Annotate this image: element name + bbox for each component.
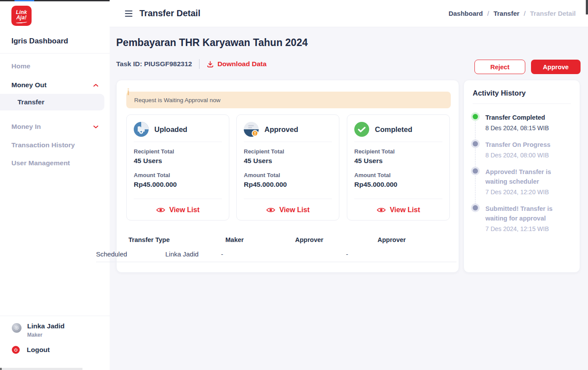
dashboard-title: Igris Dashboard xyxy=(11,37,68,46)
user-name: Linka Jadid xyxy=(27,322,64,330)
breadcrumb: Dashboard / Transfer / Transfer Detail xyxy=(449,10,576,17)
recipient-total-label: Recipient Total xyxy=(244,148,332,155)
breadcrumb-dashboard[interactable]: Dashboard xyxy=(449,10,483,17)
activity-item: Transfer On Progress 8 Des 2024, 08:00 W… xyxy=(473,140,571,167)
timeline-dot-icon xyxy=(473,168,478,174)
sidebar-item-money-out[interactable]: Money Out xyxy=(11,81,98,89)
table-header-maker: Maker xyxy=(225,236,244,243)
eye-icon xyxy=(156,207,165,213)
view-list-label: View List xyxy=(279,206,310,214)
check-circle-icon xyxy=(354,122,369,137)
sidebar-item-transaction-history[interactable]: Transaction History xyxy=(11,141,75,149)
gear-icon xyxy=(14,325,19,331)
activity-text: Transfer Completed xyxy=(485,113,561,122)
sidebar-item-label: Money In xyxy=(11,123,41,131)
top-scrollbar-thumb[interactable] xyxy=(14,0,34,1)
table-cell-maker: Linka Jadid xyxy=(165,250,199,258)
recipient-total-label: Recipient Total xyxy=(354,148,442,155)
page-header-title: Transfer Detail xyxy=(139,8,200,18)
summary-card-title: Completed xyxy=(375,125,412,134)
activity-time: 8 Des 2024, 08:00 WIB xyxy=(485,150,561,160)
recipient-total-value: 45 Users xyxy=(354,157,442,165)
sidebar-item-money-in[interactable]: Money In xyxy=(11,123,98,131)
timeline-dot-icon xyxy=(473,205,478,210)
activity-divider xyxy=(473,103,571,104)
summary-card-title: Approved xyxy=(264,125,298,134)
amount-total-label: Amount Total xyxy=(354,172,442,178)
info-icon: i xyxy=(127,87,130,97)
chevron-up-icon xyxy=(93,84,98,87)
sidebar-item-home[interactable]: Home xyxy=(11,62,30,70)
status-alert: i Request is Waiting Approval now xyxy=(126,92,451,108)
amount-total-label: Amount Total xyxy=(244,172,332,178)
card-divider xyxy=(354,199,442,199)
view-list-label: View List xyxy=(169,206,200,214)
activity-history-title: Activity History xyxy=(473,89,571,97)
horizontal-scrollbar-thumb[interactable] xyxy=(0,368,2,370)
amount-total-label: Amount Total xyxy=(134,172,222,178)
table-header-approver-1: Approver xyxy=(295,236,323,243)
sidebar-item-label: Money Out xyxy=(11,81,46,89)
activity-item: Transfer Completed 8 Des 2024, 08:15 WIB xyxy=(473,113,571,140)
power-icon xyxy=(12,346,20,354)
view-list-link-completed[interactable]: View List xyxy=(347,206,449,214)
table-header-transfer-type: Transfer Type xyxy=(128,236,170,243)
logout-button[interactable]: Logout xyxy=(12,346,50,354)
activity-time: 7 Des 2024, 12:20 WIB xyxy=(485,187,561,197)
page-title: Pembayaran THR Karyawan Tahun 2024 xyxy=(116,37,308,49)
view-list-link-approved[interactable]: View List xyxy=(237,206,339,214)
horizontal-scrollbar[interactable] xyxy=(0,368,82,370)
app-window: Link Aja! Igris Dashboard Home Money Out… xyxy=(0,0,588,370)
summary-card-title: Uploaded xyxy=(154,125,187,134)
activity-text: Transfer On Progress xyxy=(485,140,561,149)
logo-swoosh xyxy=(16,21,27,24)
sidebar: Link Aja! Igris Dashboard Home Money Out… xyxy=(0,0,110,370)
amount-total-value: Rp45.000.000 xyxy=(134,181,222,189)
approve-button[interactable]: Approve xyxy=(531,60,581,74)
linkaja-logo: Link Aja! xyxy=(11,6,32,26)
activity-time: 8 Des 2024, 08:15 WIB xyxy=(485,123,561,133)
eye-icon xyxy=(377,207,386,213)
table-cell-transfer-type: Scheduled xyxy=(96,250,127,258)
hamburger-menu-icon[interactable] xyxy=(125,11,132,17)
main-content: Pembayaran THR Karyawan Tahun 2024 Task … xyxy=(110,27,588,370)
activity-text: Approved! Transfer is waiting scheduler xyxy=(485,167,561,186)
download-data-link[interactable]: Download Data xyxy=(207,60,267,68)
recipient-total-label: Recipient Total xyxy=(134,148,222,155)
vertical-scrollbar-thumb[interactable] xyxy=(586,0,588,14)
logout-label: Logout xyxy=(27,346,50,354)
view-list-link-uploaded[interactable]: View List xyxy=(127,206,229,214)
task-id: Task ID: PIUSGF982312 xyxy=(116,60,192,68)
view-list-label: View List xyxy=(390,206,420,214)
table-cell-approver-1: - xyxy=(221,250,223,258)
sidebar-item-transfer[interactable]: Transfer xyxy=(0,94,104,110)
upload-folder-icon xyxy=(134,122,149,137)
sidebar-divider xyxy=(0,53,110,53)
user-role: Maker xyxy=(27,332,43,338)
table-cell-approver-2: - xyxy=(346,250,348,258)
summary-card-approved: Approved Recipient Total 45 Users Amount… xyxy=(236,114,339,221)
recipient-total-value: 45 Users xyxy=(134,157,222,165)
avatar[interactable] xyxy=(12,323,21,333)
table-header-approver-2: Approver xyxy=(378,236,406,243)
logo-text-top: Link xyxy=(16,10,27,15)
download-icon xyxy=(207,60,214,68)
chevron-down-icon xyxy=(93,125,98,128)
vertical-divider xyxy=(199,59,200,69)
activity-text: Submitted! Transfer is waiting for appro… xyxy=(485,204,561,223)
transfer-detail-card: i Request is Waiting Approval now Upload… xyxy=(116,80,459,273)
breadcrumb-transfer[interactable]: Transfer xyxy=(493,10,519,17)
logo-text-bottom: Aja! xyxy=(16,15,26,20)
breadcrumb-current: Transfer Detail xyxy=(530,10,576,17)
breadcrumb-separator: / xyxy=(524,10,526,17)
sidebar-user-block: Linka Jadid Maker Logout xyxy=(0,316,110,370)
timeline-dot-completed-icon xyxy=(473,114,478,119)
reject-button[interactable]: Reject xyxy=(474,60,525,74)
activity-item: Approved! Transfer is waiting scheduler … xyxy=(473,167,571,204)
card-divider xyxy=(244,199,332,199)
activity-time: 7 Des 2024, 12:15 WIB xyxy=(485,224,561,234)
top-bar: Transfer Detail Dashboard / Transfer / T… xyxy=(110,0,588,27)
top-scrollbar[interactable] xyxy=(0,0,110,1)
sidebar-item-user-management[interactable]: User Management xyxy=(11,159,70,167)
approval-alert-icon xyxy=(244,122,259,137)
